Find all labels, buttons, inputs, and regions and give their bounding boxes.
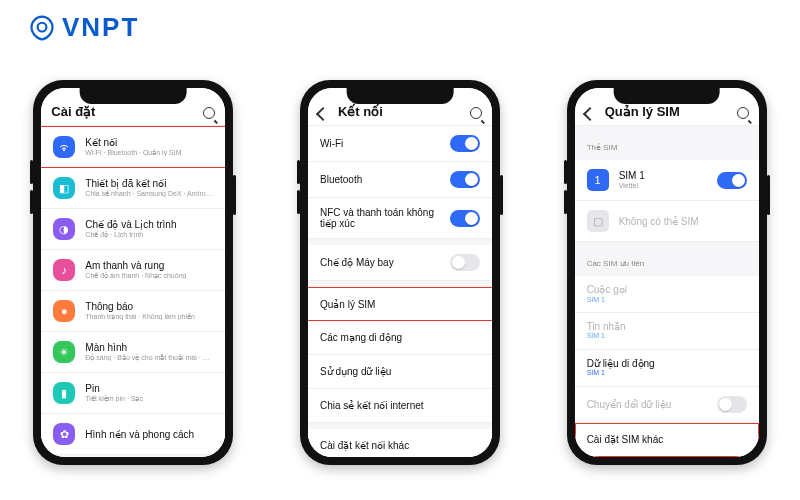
row-thiet-bi-da-ket-noi[interactable]: ◧ Thiết bị đã kết nối Chia sẻ nhanh · Sa… xyxy=(41,168,225,209)
row-cai-dat-ket-noi-khac[interactable]: Cài đặt kết nối khác xyxy=(308,429,492,457)
row-airplane[interactable]: Chế độ Máy bay xyxy=(308,245,492,281)
wallpaper-icon: ✿ xyxy=(53,423,75,445)
section-the-sim: Thẻ SIM xyxy=(575,126,759,160)
row-cai-dat-sim-khac[interactable]: Cài đặt SIM khác xyxy=(575,423,759,457)
notch xyxy=(347,88,454,104)
modes-icon: ◑ xyxy=(53,218,75,240)
row-che-do-lich-trinh[interactable]: ◑ Chế độ và Lịch trình Chế độ · Lịch trì… xyxy=(41,209,225,250)
bluetooth-toggle[interactable] xyxy=(450,171,480,188)
screen1-title: Cài đặt xyxy=(51,104,95,119)
row-du-lieu-di-dong[interactable]: Dữ liệu di động SIM 1 xyxy=(575,350,759,387)
phone-2: Kết nối Wi-Fi Bluetooth NFC và thanh toá… xyxy=(300,80,500,465)
nfc-toggle[interactable] xyxy=(450,210,480,227)
devices-icon: ◧ xyxy=(53,177,75,199)
search-icon[interactable] xyxy=(470,107,482,119)
phone-1: Cài đặt Kết nối Wi-Fi · Bluetooth · Quản… xyxy=(33,80,233,465)
row-sim-1[interactable]: 1 SIM 1 Viettel xyxy=(575,160,759,201)
notch xyxy=(80,88,187,104)
row-pin[interactable]: ▮ Pin Tiết kiệm pin · Sạc xyxy=(41,373,225,414)
screen3-title: Quản lý SIM xyxy=(605,104,680,119)
section-sim-uu-tien: Các SIM ưu tiên xyxy=(575,242,759,276)
svg-point-1 xyxy=(64,149,66,151)
phone-3: Quản lý SIM Thẻ SIM 1 SIM 1 Viettel ▢ xyxy=(567,80,767,465)
wifi-toggle[interactable] xyxy=(450,135,480,152)
row-chuyen-doi-du-lieu: Chuyển đổi dữ liệu xyxy=(575,387,759,423)
row-thong-bao[interactable]: ● Thông báo Thanh trạng thái · Không làm… xyxy=(41,291,225,332)
back-icon[interactable] xyxy=(316,107,330,121)
bell-icon: ● xyxy=(53,300,75,322)
back-icon[interactable] xyxy=(583,107,597,121)
row-wifi[interactable]: Wi-Fi xyxy=(308,126,492,162)
row-tin-nhan[interactable]: Tin nhắn SIM 1 xyxy=(575,313,759,350)
battery-icon: ▮ xyxy=(53,382,75,404)
row-ket-noi[interactable]: Kết nối Wi-Fi · Bluetooth · Quản lý SIM xyxy=(41,126,225,168)
notch xyxy=(613,88,720,104)
wifi-icon xyxy=(53,136,75,158)
row-su-dung-du-lieu[interactable]: Sử dụng dữ liệu xyxy=(308,355,492,389)
svg-point-0 xyxy=(38,22,47,31)
row-chia-se-ket-noi[interactable]: Chia sẻ kết nối internet xyxy=(308,389,492,423)
row-nfc[interactable]: NFC và thanh toán không tiếp xúc xyxy=(308,198,492,239)
sim-empty-icon: ▢ xyxy=(587,210,609,232)
row-man-hinh[interactable]: ☀ Màn hình Độ sáng · Bảo vệ cho mắt thoả… xyxy=(41,332,225,373)
vnpt-logo: VNPT xyxy=(28,12,139,43)
row-quan-ly-sim[interactable]: Quản lý SIM xyxy=(308,287,492,321)
sim1-toggle[interactable] xyxy=(717,172,747,189)
display-icon: ☀ xyxy=(53,341,75,363)
row-bluetooth[interactable]: Bluetooth xyxy=(308,162,492,198)
vnpt-swirl-icon xyxy=(28,14,56,42)
row-cac-mang-di-dong[interactable]: Các mạng di động xyxy=(308,321,492,355)
screen2-title: Kết nối xyxy=(338,104,383,119)
search-icon[interactable] xyxy=(737,107,749,119)
row-hinh-nen[interactable]: ✿ Hình nền và phong cách xyxy=(41,414,225,455)
row-am-thanh-va-rung[interactable]: ♪ Âm thanh và rung Chế độ âm thanh · Nhạ… xyxy=(41,250,225,291)
sound-icon: ♪ xyxy=(53,259,75,281)
sim-icon: 1 xyxy=(587,169,609,191)
search-icon[interactable] xyxy=(203,107,215,119)
row-no-sim: ▢ Không có thẻ SIM xyxy=(575,201,759,242)
airplane-toggle[interactable] xyxy=(450,254,480,271)
vnpt-logo-text: VNPT xyxy=(62,12,139,43)
row-cuoc-goi[interactable]: Cuộc gọi SIM 1 xyxy=(575,276,759,313)
data-switch-toggle xyxy=(717,396,747,413)
